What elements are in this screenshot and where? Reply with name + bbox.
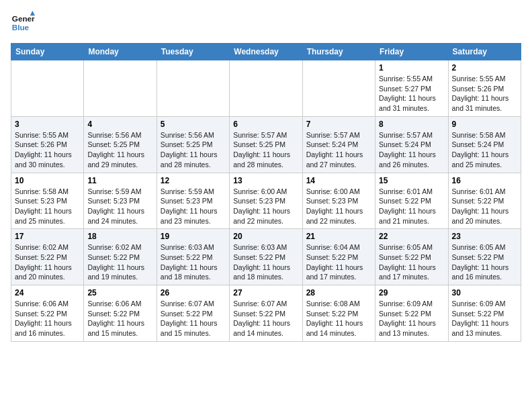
- calendar-cell: [11, 60, 84, 117]
- day-number: 20: [233, 232, 298, 241]
- day-info: Sunrise: 6:07 AM Sunset: 5:22 PM Dayligh…: [233, 299, 298, 338]
- calendar-cell: 21Sunrise: 6:04 AM Sunset: 5:22 PM Dayli…: [302, 229, 375, 285]
- day-number: 6: [233, 120, 298, 129]
- calendar-cell: 19Sunrise: 6:03 AM Sunset: 5:22 PM Dayli…: [157, 229, 229, 285]
- day-info: Sunrise: 5:58 AM Sunset: 5:24 PM Dayligh…: [452, 130, 517, 170]
- day-number: 19: [161, 232, 226, 241]
- day-info: Sunrise: 6:01 AM Sunset: 5:22 PM Dayligh…: [379, 187, 444, 226]
- day-info: Sunrise: 6:06 AM Sunset: 5:22 PM Dayligh…: [87, 299, 152, 338]
- weekday-header: Saturday: [448, 44, 521, 60]
- calendar-cell: 24Sunrise: 6:06 AM Sunset: 5:22 PM Dayli…: [11, 285, 84, 342]
- day-number: 11: [87, 176, 152, 185]
- calendar-cell: [84, 60, 157, 117]
- weekday-header: Monday: [84, 44, 157, 60]
- day-number: 25: [87, 288, 152, 298]
- calendar-cell: 1Sunrise: 5:55 AM Sunset: 5:27 PM Daylig…: [375, 60, 448, 117]
- calendar-cell: 14Sunrise: 6:00 AM Sunset: 5:23 PM Dayli…: [302, 173, 375, 229]
- day-info: Sunrise: 5:59 AM Sunset: 5:23 PM Dayligh…: [87, 187, 152, 226]
- calendar-week-row: 3Sunrise: 5:55 AM Sunset: 5:26 PM Daylig…: [11, 116, 521, 173]
- day-info: Sunrise: 5:56 AM Sunset: 5:25 PM Dayligh…: [87, 130, 152, 170]
- page-header: General Blue: [11, 11, 521, 35]
- calendar-cell: [157, 60, 229, 117]
- calendar-cell: 27Sunrise: 6:07 AM Sunset: 5:22 PM Dayli…: [230, 285, 302, 342]
- day-info: Sunrise: 6:07 AM Sunset: 5:22 PM Dayligh…: [161, 299, 226, 338]
- weekday-header: Thursday: [302, 44, 375, 60]
- calendar-cell: 12Sunrise: 5:59 AM Sunset: 5:23 PM Dayli…: [157, 173, 229, 229]
- day-info: Sunrise: 6:03 AM Sunset: 5:22 PM Dayligh…: [233, 242, 298, 282]
- day-number: 8: [379, 120, 444, 129]
- calendar-week-row: 24Sunrise: 6:06 AM Sunset: 5:22 PM Dayli…: [11, 285, 521, 342]
- calendar-cell: [230, 60, 302, 117]
- day-number: 22: [379, 232, 444, 241]
- day-number: 24: [15, 288, 80, 298]
- calendar-cell: 22Sunrise: 6:05 AM Sunset: 5:22 PM Dayli…: [375, 229, 448, 285]
- calendar-cell: 20Sunrise: 6:03 AM Sunset: 5:22 PM Dayli…: [230, 229, 302, 285]
- day-number: 2: [452, 63, 517, 73]
- day-info: Sunrise: 6:08 AM Sunset: 5:22 PM Dayligh…: [306, 299, 371, 338]
- calendar-cell: 4Sunrise: 5:56 AM Sunset: 5:25 PM Daylig…: [84, 116, 157, 173]
- day-number: 3: [15, 120, 80, 129]
- calendar-cell: 28Sunrise: 6:08 AM Sunset: 5:22 PM Dayli…: [302, 285, 375, 342]
- logo: General Blue: [11, 11, 38, 35]
- calendar-cell: 23Sunrise: 6:05 AM Sunset: 5:22 PM Dayli…: [448, 229, 521, 285]
- calendar-cell: 30Sunrise: 6:09 AM Sunset: 5:22 PM Dayli…: [448, 285, 521, 342]
- day-info: Sunrise: 5:57 AM Sunset: 5:25 PM Dayligh…: [233, 130, 298, 170]
- calendar-cell: 25Sunrise: 6:06 AM Sunset: 5:22 PM Dayli…: [84, 285, 157, 342]
- calendar-week-row: 17Sunrise: 6:02 AM Sunset: 5:22 PM Dayli…: [11, 229, 521, 285]
- day-info: Sunrise: 6:09 AM Sunset: 5:22 PM Dayligh…: [379, 299, 444, 338]
- day-info: Sunrise: 6:05 AM Sunset: 5:22 PM Dayligh…: [452, 242, 517, 282]
- day-info: Sunrise: 6:00 AM Sunset: 5:23 PM Dayligh…: [306, 187, 371, 226]
- day-number: 4: [87, 120, 152, 129]
- calendar-cell: 13Sunrise: 6:00 AM Sunset: 5:23 PM Dayli…: [230, 173, 302, 229]
- calendar-week-row: 1Sunrise: 5:55 AM Sunset: 5:27 PM Daylig…: [11, 60, 521, 117]
- day-info: Sunrise: 6:06 AM Sunset: 5:22 PM Dayligh…: [15, 299, 80, 338]
- day-number: 7: [306, 120, 371, 129]
- calendar-cell: 10Sunrise: 5:58 AM Sunset: 5:23 PM Dayli…: [11, 173, 84, 229]
- day-number: 14: [306, 176, 371, 185]
- day-number: 17: [15, 232, 80, 241]
- day-number: 28: [306, 288, 371, 298]
- calendar-cell: 5Sunrise: 5:56 AM Sunset: 5:25 PM Daylig…: [157, 116, 229, 173]
- calendar-cell: 6Sunrise: 5:57 AM Sunset: 5:25 PM Daylig…: [230, 116, 302, 173]
- day-info: Sunrise: 5:59 AM Sunset: 5:23 PM Dayligh…: [161, 187, 226, 226]
- day-info: Sunrise: 6:02 AM Sunset: 5:22 PM Dayligh…: [87, 242, 152, 282]
- calendar-cell: 3Sunrise: 5:55 AM Sunset: 5:26 PM Daylig…: [11, 116, 84, 173]
- weekday-header-row: SundayMondayTuesdayWednesdayThursdayFrid…: [11, 44, 521, 60]
- day-info: Sunrise: 5:55 AM Sunset: 5:26 PM Dayligh…: [15, 130, 80, 170]
- day-info: Sunrise: 5:58 AM Sunset: 5:23 PM Dayligh…: [15, 187, 80, 226]
- day-number: 15: [379, 176, 444, 185]
- day-info: Sunrise: 5:55 AM Sunset: 5:26 PM Dayligh…: [452, 74, 517, 113]
- calendar-week-row: 10Sunrise: 5:58 AM Sunset: 5:23 PM Dayli…: [11, 173, 521, 229]
- day-info: Sunrise: 6:01 AM Sunset: 5:22 PM Dayligh…: [452, 187, 517, 226]
- day-number: 12: [161, 176, 226, 185]
- day-info: Sunrise: 6:04 AM Sunset: 5:22 PM Dayligh…: [306, 242, 371, 282]
- weekday-header: Sunday: [11, 44, 84, 60]
- day-number: 5: [161, 120, 226, 129]
- day-number: 23: [452, 232, 517, 241]
- calendar-cell: 2Sunrise: 5:55 AM Sunset: 5:26 PM Daylig…: [448, 60, 521, 117]
- calendar-cell: 18Sunrise: 6:02 AM Sunset: 5:22 PM Dayli…: [84, 229, 157, 285]
- calendar-cell: 29Sunrise: 6:09 AM Sunset: 5:22 PM Dayli…: [375, 285, 448, 342]
- day-info: Sunrise: 5:55 AM Sunset: 5:27 PM Dayligh…: [379, 74, 444, 113]
- svg-text:Blue: Blue: [12, 23, 30, 32]
- svg-marker-2: [30, 11, 35, 15]
- day-number: 10: [15, 176, 80, 185]
- day-info: Sunrise: 6:02 AM Sunset: 5:22 PM Dayligh…: [15, 242, 80, 282]
- day-number: 21: [306, 232, 371, 241]
- weekday-header: Wednesday: [230, 44, 302, 60]
- day-info: Sunrise: 5:57 AM Sunset: 5:24 PM Dayligh…: [379, 130, 444, 170]
- calendar-cell: 17Sunrise: 6:02 AM Sunset: 5:22 PM Dayli…: [11, 229, 84, 285]
- calendar-cell: 8Sunrise: 5:57 AM Sunset: 5:24 PM Daylig…: [375, 116, 448, 173]
- weekday-header: Tuesday: [157, 44, 229, 60]
- calendar-cell: 11Sunrise: 5:59 AM Sunset: 5:23 PM Dayli…: [84, 173, 157, 229]
- calendar-cell: 7Sunrise: 5:57 AM Sunset: 5:24 PM Daylig…: [302, 116, 375, 173]
- day-info: Sunrise: 6:09 AM Sunset: 5:22 PM Dayligh…: [452, 299, 517, 338]
- calendar-cell: 15Sunrise: 6:01 AM Sunset: 5:22 PM Dayli…: [375, 173, 448, 229]
- day-info: Sunrise: 6:05 AM Sunset: 5:22 PM Dayligh…: [379, 242, 444, 282]
- calendar-cell: 16Sunrise: 6:01 AM Sunset: 5:22 PM Dayli…: [448, 173, 521, 229]
- day-number: 9: [452, 120, 517, 129]
- calendar-cell: 9Sunrise: 5:58 AM Sunset: 5:24 PM Daylig…: [448, 116, 521, 173]
- day-number: 29: [379, 288, 444, 298]
- day-number: 1: [379, 63, 444, 73]
- day-info: Sunrise: 6:00 AM Sunset: 5:23 PM Dayligh…: [233, 187, 298, 226]
